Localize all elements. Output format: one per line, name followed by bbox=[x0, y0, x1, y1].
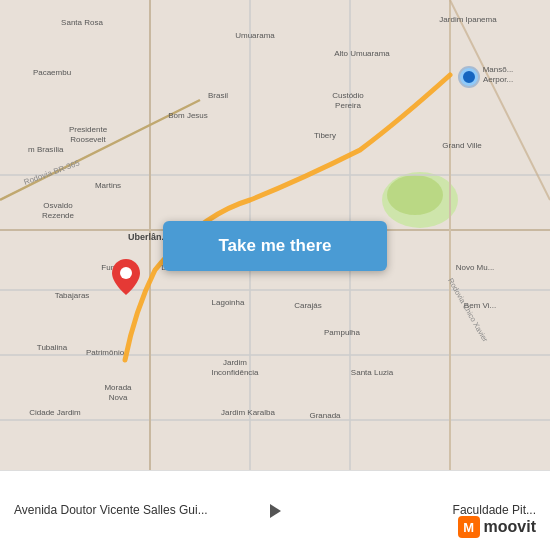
svg-text:Umuarama: Umuarama bbox=[235, 31, 275, 40]
svg-text:Novo Mu...: Novo Mu... bbox=[456, 263, 495, 272]
origin-info: Avenida Doutor Vicente Salles Gui... bbox=[14, 503, 257, 519]
moovit-wordmark: moovit bbox=[484, 518, 536, 536]
svg-text:Jardim: Jardim bbox=[223, 358, 247, 367]
svg-text:Santa Luzia: Santa Luzia bbox=[351, 368, 394, 377]
route-arrow bbox=[257, 504, 293, 518]
destination-pin bbox=[112, 259, 140, 295]
svg-text:Osvaldo: Osvaldo bbox=[43, 201, 73, 210]
svg-text:m Brasília: m Brasília bbox=[28, 145, 64, 154]
svg-text:Presidente: Presidente bbox=[69, 125, 108, 134]
map-container: Rodovia BR-365 Rodovia Chico Xavier Sant… bbox=[0, 0, 550, 470]
svg-text:Nova: Nova bbox=[109, 393, 128, 402]
svg-text:Roosevelt: Roosevelt bbox=[70, 135, 106, 144]
svg-text:Tubalina: Tubalina bbox=[37, 343, 68, 352]
svg-text:Santa Rosa: Santa Rosa bbox=[61, 18, 103, 27]
svg-text:Custódio: Custódio bbox=[332, 91, 364, 100]
svg-text:Jardim Karalba: Jardim Karalba bbox=[221, 408, 275, 417]
svg-text:Tibery: Tibery bbox=[314, 131, 336, 140]
svg-text:Patrimônio: Patrimônio bbox=[86, 348, 125, 357]
svg-text:Jardim Ipanema: Jardim Ipanema bbox=[439, 15, 497, 24]
svg-text:Lagoinha: Lagoinha bbox=[212, 298, 245, 307]
svg-text:Brasil: Brasil bbox=[208, 91, 228, 100]
svg-text:Rezende: Rezende bbox=[42, 211, 75, 220]
arrow-right-icon bbox=[270, 504, 281, 518]
svg-text:Alto Umuarama: Alto Umuarama bbox=[334, 49, 390, 58]
svg-text:Pacaembu: Pacaembu bbox=[33, 68, 71, 77]
bottom-bar: Avenida Doutor Vicente Salles Gui... Fac… bbox=[0, 470, 550, 550]
app: Rodovia BR-365 Rodovia Chico Xavier Sant… bbox=[0, 0, 550, 550]
svg-text:Morada: Morada bbox=[104, 383, 132, 392]
svg-text:Granada: Granada bbox=[309, 411, 341, 420]
take-me-there-button[interactable]: Take me there bbox=[163, 221, 387, 271]
svg-text:Aerpor...: Aerpor... bbox=[483, 75, 513, 84]
svg-text:Inconfidência: Inconfidência bbox=[211, 368, 259, 377]
svg-point-2 bbox=[387, 175, 443, 215]
moovit-logo: M moovit bbox=[458, 516, 536, 538]
svg-text:Mansõ...: Mansõ... bbox=[483, 65, 514, 74]
svg-text:Tabajaras: Tabajaras bbox=[55, 291, 90, 300]
svg-point-55 bbox=[120, 267, 132, 279]
svg-text:Bem Vi...: Bem Vi... bbox=[464, 301, 496, 310]
svg-text:Pereira: Pereira bbox=[335, 101, 361, 110]
svg-text:Bom Jesus: Bom Jesus bbox=[168, 111, 208, 120]
origin-pin bbox=[460, 68, 478, 86]
svg-text:Pampulha: Pampulha bbox=[324, 328, 361, 337]
svg-text:Cidade Jardim: Cidade Jardim bbox=[29, 408, 81, 417]
origin-name: Avenida Doutor Vicente Salles Gui... bbox=[14, 503, 257, 519]
svg-text:Grand Ville: Grand Ville bbox=[442, 141, 482, 150]
svg-text:Martins: Martins bbox=[95, 181, 121, 190]
moovit-icon: M bbox=[458, 516, 480, 538]
svg-text:Carajás: Carajás bbox=[294, 301, 322, 310]
